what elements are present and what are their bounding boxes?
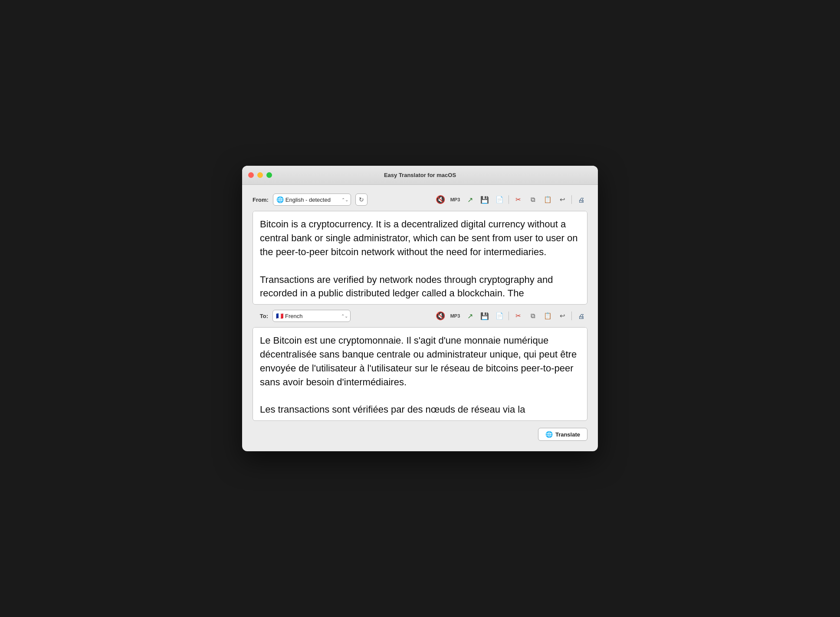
toolbar-divider-1 xyxy=(509,195,509,204)
source-toolbar: From: 🌐 English - detected French Spanis… xyxy=(253,194,587,206)
window-title: Easy Translator for macOS xyxy=(384,172,456,178)
source-language-select[interactable]: English - detected French Spanish German xyxy=(273,194,351,206)
speaker-icon: 🔇 xyxy=(436,195,445,204)
toolbar-divider-3 xyxy=(509,312,509,320)
target-copy-button[interactable]: ⧉ xyxy=(526,310,539,322)
save-icon: 💾 xyxy=(480,196,489,204)
target-paste-button[interactable]: 📋 xyxy=(541,310,554,322)
target-print-icon: 🖨 xyxy=(578,312,584,320)
target-text-area[interactable] xyxy=(253,328,587,419)
copy-doc-icon: 📄 xyxy=(495,196,504,203)
source-cut-button[interactable]: ✂ xyxy=(512,194,525,206)
target-mp3-button[interactable]: MP3 xyxy=(449,310,462,322)
share-icon: ↗ xyxy=(467,196,473,204)
source-print-button[interactable]: 🖨 xyxy=(574,194,587,206)
globe-icon: 🌐 xyxy=(545,431,553,438)
target-copy-doc-button[interactable]: 📄 xyxy=(493,310,506,322)
source-paste-button[interactable]: 📋 xyxy=(541,194,554,206)
target-cut-button[interactable]: ✂ xyxy=(512,310,525,322)
mp3-label: MP3 xyxy=(450,197,461,202)
target-print-button[interactable]: 🖨 xyxy=(574,310,587,322)
source-share-button[interactable]: ↗ xyxy=(463,194,476,206)
target-undo-button[interactable]: ↩ xyxy=(556,310,569,322)
target-cut-icon: ✂ xyxy=(515,312,521,320)
source-copy-doc-button[interactable]: 📄 xyxy=(493,194,506,206)
target-copy-icon: ⧉ xyxy=(531,312,535,320)
target-lang-wrapper: 🇫🇷 French English Spanish German ⌃⌄ xyxy=(272,310,351,322)
window-controls xyxy=(248,172,272,178)
paste-icon: 📋 xyxy=(544,196,552,203)
source-save-button[interactable]: 💾 xyxy=(478,194,491,206)
target-share-button[interactable]: ↗ xyxy=(463,310,476,322)
target-language-select[interactable]: French English Spanish German xyxy=(272,310,351,322)
target-text-wrapper xyxy=(253,327,587,421)
target-share-icon: ↗ xyxy=(467,312,473,320)
to-label: To: xyxy=(253,313,268,319)
bottom-bar: 🌐 Translate xyxy=(253,426,587,441)
source-undo-button[interactable]: ↩ xyxy=(556,194,569,206)
source-text-area[interactable] xyxy=(253,211,587,302)
cut-icon: ✂ xyxy=(515,196,521,203)
target-copy-doc-icon: 📄 xyxy=(495,312,504,320)
app-window: Easy Translator for macOS From: 🌐 Englis… xyxy=(242,166,598,451)
copy-icon: ⧉ xyxy=(531,196,535,203)
target-speaker-button[interactable]: 🔇 xyxy=(434,310,447,322)
target-save-button[interactable]: 💾 xyxy=(478,310,491,322)
print-icon: 🖨 xyxy=(578,196,584,203)
undo-icon: ↩ xyxy=(560,196,565,203)
refresh-icon: ↻ xyxy=(359,196,364,203)
source-action-buttons: 🔇 MP3 ↗ 💾 📄 ✂ ⧉ xyxy=(434,194,587,206)
translate-label: Translate xyxy=(555,431,580,438)
source-mp3-button[interactable]: MP3 xyxy=(449,194,462,206)
maximize-button[interactable] xyxy=(266,172,272,178)
target-mp3-label: MP3 xyxy=(450,313,461,318)
source-text-wrapper xyxy=(253,211,587,305)
target-speaker-icon: 🔇 xyxy=(436,311,445,321)
translate-button[interactable]: 🌐 Translate xyxy=(538,428,587,441)
source-speaker-button[interactable]: 🔇 xyxy=(434,194,447,206)
target-undo-icon: ↩ xyxy=(560,312,565,320)
source-lang-wrapper: 🌐 English - detected French Spanish Germ… xyxy=(273,194,351,206)
target-save-icon: 💾 xyxy=(480,312,489,320)
from-label: From: xyxy=(253,197,269,203)
toolbar-divider-2 xyxy=(571,195,572,204)
toolbar-divider-4 xyxy=(571,312,572,320)
minimize-button[interactable] xyxy=(257,172,263,178)
source-copy-button[interactable]: ⧉ xyxy=(526,194,539,206)
target-action-buttons: 🔇 MP3 ↗ 💾 📄 ✂ ⧉ xyxy=(434,310,587,322)
target-toolbar: To: 🇫🇷 French English Spanish German ⌃⌄ … xyxy=(253,310,587,322)
close-button[interactable] xyxy=(248,172,254,178)
target-paste-icon: 📋 xyxy=(544,312,552,320)
window-body: From: 🌐 English - detected French Spanis… xyxy=(242,185,598,451)
titlebar: Easy Translator for macOS xyxy=(242,166,598,185)
refresh-button[interactable]: ↻ xyxy=(355,194,368,206)
